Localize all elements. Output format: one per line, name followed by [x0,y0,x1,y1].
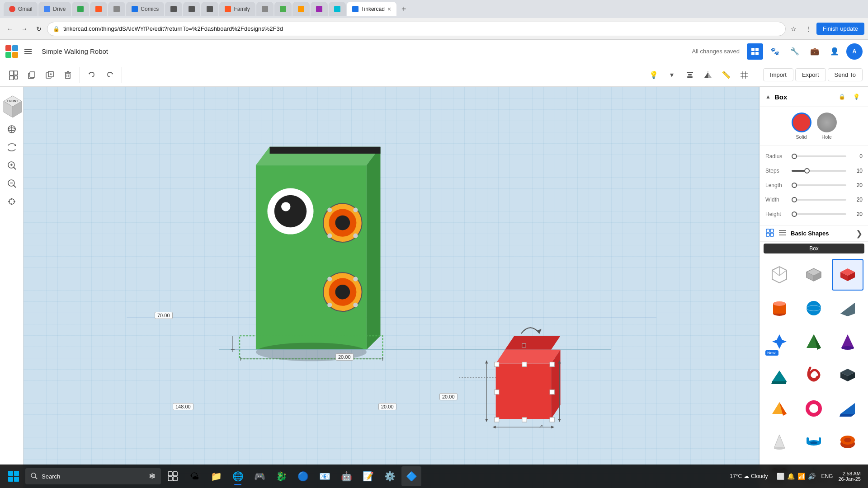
shapes-button[interactable] [5,67,22,83]
export-button[interactable]: Export [795,68,826,81]
length-slider[interactable] [792,184,846,186]
person-button[interactable]: 👤 [826,43,843,60]
duplicate-button[interactable] [42,67,58,83]
start-button[interactable] [4,466,24,486]
briefcase-button[interactable]: 💼 [807,43,823,60]
tinkercad-taskbar-button[interactable]: 🔷 [401,466,421,486]
shape-pen-new[interactable]: New! [764,326,795,357]
radius-slider[interactable] [792,155,846,157]
chrome-menu-button[interactable]: ⋮ [802,23,815,35]
shape-sphere[interactable] [798,292,830,324]
height-thumb[interactable] [792,211,797,217]
send-to-button[interactable]: Send To [828,68,863,81]
shape-box-flat[interactable] [798,259,830,291]
view-dropdown[interactable]: ▾ [664,67,680,83]
new-tab-button[interactable]: + [397,3,410,15]
shape-box-dark[interactable] [832,359,863,391]
address-bar[interactable]: 🔒 tinkercad.com/things/dSAIcWYfPe/edit?r… [47,22,786,36]
undo-button[interactable] [84,67,100,83]
delete-button[interactable] [60,67,76,83]
shape-box-solid[interactable] [832,259,863,291]
tab-5[interactable] [108,2,125,16]
tab-14[interactable] [311,2,328,16]
hole-color-circle[interactable] [817,113,837,132]
shape-pyramid-yellow[interactable] [764,393,795,424]
tab-gmail[interactable]: Gmail [4,2,38,16]
tab-8[interactable] [183,2,200,16]
grid-button[interactable] [736,67,752,83]
radius-thumb[interactable] [792,154,797,159]
width-slider[interactable] [792,199,846,201]
tab-13[interactable] [292,2,310,16]
tab-12[interactable] [274,2,292,16]
tab-drive[interactable]: Drive [38,2,71,16]
tab-11[interactable] [256,2,274,16]
hole-color-option[interactable]: Hole [817,113,837,140]
redo-button[interactable] [102,67,118,83]
solid-color-circle[interactable] [792,113,811,132]
orbit-button[interactable] [4,121,20,137]
widgets-button[interactable]: 🌤 [184,466,204,486]
explorer-button[interactable]: 📁 [206,466,226,486]
align-button[interactable] [682,67,698,83]
settings-taskbar-button[interactable]: ⚙️ [380,466,400,486]
tab-3[interactable] [72,2,89,16]
copy-button[interactable] [24,67,40,83]
tab-tinkercad[interactable]: Tinkercad × [347,2,396,16]
zoom-out-button[interactable] [4,175,20,192]
wifi-icon[interactable]: 📶 [797,473,805,480]
shape-wedge-blue[interactable] [832,292,863,324]
tools-button[interactable]: 🔧 [787,43,803,60]
forward-button[interactable]: → [18,23,31,35]
import-button[interactable]: Import [763,68,793,81]
rotate-button[interactable] [4,139,20,155]
shape-knot-red[interactable] [798,359,830,391]
shape-cylinder[interactable] [764,292,795,324]
notification-icon[interactable]: 🔔 [787,473,795,480]
shapes-arrow-button[interactable]: ❯ [856,229,863,239]
shape-ring-blue[interactable] [798,426,830,458]
volume-icon[interactable]: 🔊 [808,473,816,480]
user-avatar[interactable]: A [846,43,863,60]
lock-icon[interactable]: 🔒 [835,90,848,103]
bookmark-button[interactable]: ☆ [788,23,800,35]
bulb-icon[interactable]: 💡 [850,90,863,103]
back-button[interactable]: ← [4,23,16,35]
tab-9[interactable] [201,2,218,16]
steps-thumb[interactable] [804,168,810,174]
tab-close-icon[interactable]: × [387,5,391,13]
shape-cone-purple[interactable] [832,326,863,357]
chrome-button[interactable]: 🌐 [228,466,248,486]
shape-box-outline[interactable] [764,259,795,291]
light-button[interactable]: 💡 [646,67,662,83]
microsoft-edge-button[interactable]: 🔵 [293,466,313,486]
copilot-button[interactable]: 🤖 [336,466,356,486]
steam-button[interactable]: 🎮 [250,466,269,486]
shape-prism-cyan[interactable] [764,359,795,391]
grid-view-shapes-button[interactable] [765,228,774,239]
height-slider[interactable] [792,213,846,215]
taskview-button[interactable] [163,466,183,486]
tab-family[interactable]: Family [219,2,255,16]
tab-comics[interactable]: Comics [126,2,164,16]
shape-torus-orange[interactable] [832,426,863,458]
shape-cone-white[interactable] [764,426,795,458]
steps-slider[interactable] [792,170,846,172]
word-button[interactable]: 📝 [358,466,378,486]
shape-pyramid-green[interactable] [798,326,830,357]
game2-button[interactable]: 🐉 [271,466,291,486]
panel-collapse-button[interactable]: ▲ [765,94,771,100]
view-cube[interactable]: FRONT [0,92,25,117]
list-view-shapes-button[interactable] [778,228,787,239]
solid-color-option[interactable]: Solid [792,113,811,140]
paw-button[interactable]: 🐾 [767,43,783,60]
refresh-button[interactable]: ↻ [33,23,45,35]
grid-view-button[interactable] [747,43,763,60]
zoom-in-button[interactable] [4,157,20,174]
shape-torus-pink[interactable] [798,393,830,424]
taskbar-search[interactable]: Search ❄ [25,468,161,484]
length-thumb[interactable] [792,183,797,188]
tab-15[interactable] [329,2,346,16]
fit-button[interactable] [4,193,20,210]
finish-update-button[interactable]: Finish update [816,23,864,35]
